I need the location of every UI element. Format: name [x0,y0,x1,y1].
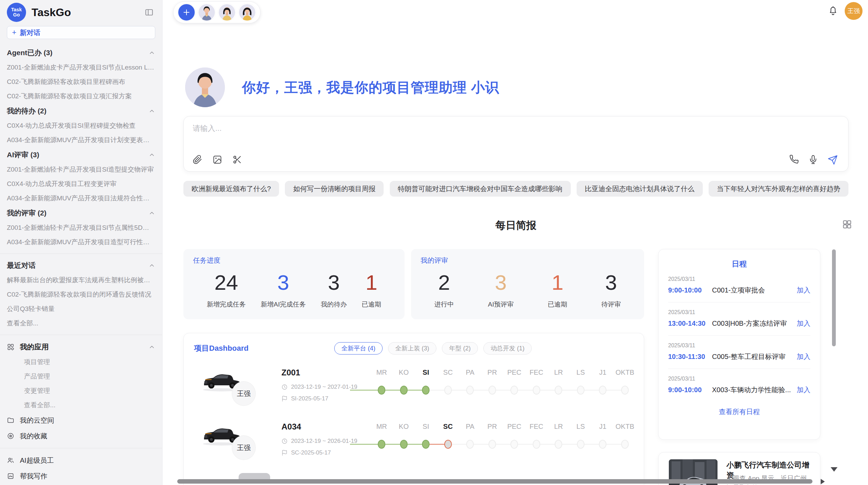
task-item[interactable]: C02-飞腾新能源轻客改款项目立项汇报方案 [7,89,155,103]
milestone-dot [378,386,385,395]
user-name: 王强 [847,7,860,15]
my-review-label: 我的评审 [421,256,635,265]
daily-brief-header: 每日简报 [183,219,848,233]
notifications-button[interactable] [828,5,838,16]
app-item-product-mgmt[interactable]: 产品管理 [7,369,155,384]
add-agent-button[interactable] [178,3,195,21]
recent-chat-item[interactable]: 解释最新出台的欧盟报废车法规再生塑料比例被调至15%... [7,273,155,287]
task-item[interactable]: Z001-全新燃油轻卡产品开发项目SI造型提交物评审 [7,162,155,177]
section-header-ai-review[interactable]: AI评审 (3) [7,147,155,162]
layout-toggle-button[interactable] [842,219,853,230]
composer-actions [789,155,838,165]
my-apps-label: 我的应用 [20,342,49,352]
join-meeting-link[interactable]: 加入 [797,286,810,295]
plus-icon [182,8,191,17]
image-upload-button[interactable] [213,155,223,165]
sidebar-header: Task Go TaskGo [7,0,155,25]
milestone-timeline: MR KO SI SC PA PR PEC FEC LR LS J1 OKTB [371,420,636,458]
task-item[interactable]: Z001-全新燃油轻卡产品开发项目SI节点属性5D文件评审 [7,221,155,235]
app-item-project-mgmt[interactable]: 项目管理 [7,355,155,369]
milestone-dot [577,440,584,449]
schedule-item: 2025/03/11 9:00-10:00 X003-车辆动力学性能验... 加… [668,369,810,402]
message-input[interactable] [193,123,707,145]
milestone-dot [466,440,474,449]
scroll-right-arrow[interactable] [821,479,825,484]
send-button[interactable] [828,155,838,165]
task-item[interactable]: C02-飞腾新能源轻客改款项目里程碑画布 [7,75,155,89]
sidebar-item-help-write[interactable]: 帮我写作 [7,468,155,484]
schedule-meeting-title: C001-立项审批会 [712,286,793,295]
horizontal-scrollbar-thumb[interactable] [177,479,812,484]
section-header-recent-chats[interactable]: 最近对话 [7,258,155,273]
agent-avatar-female-1[interactable] [218,3,236,21]
sidebar-item-cloud-space[interactable]: 我的云空间 [7,412,155,428]
milestone-dot [444,386,452,395]
section-header-my-todo[interactable]: 我的待办 (2) [7,103,155,119]
join-meeting-link[interactable]: 加入 [797,319,810,328]
agent-avatar-female-2[interactable] [238,3,256,21]
sidebar-item-my-apps[interactable]: 我的应用 [7,339,155,355]
project-row-z001[interactable]: 王强 Z001 2023-12-19 ~ 2027-01-19 SI-2025-… [184,362,644,416]
join-meeting-link[interactable]: 加入 [797,352,810,361]
milestone-dot [533,386,540,395]
task-item[interactable]: A034-全新新能源MUV产品开发项目法规符合性评审 [7,191,155,206]
grid-icon [842,219,852,229]
schedule-date: 2025/03/11 [668,343,810,349]
new-chat-button[interactable]: + 新对话 [7,26,155,39]
bell-icon [828,5,838,16]
voice-call-button[interactable] [789,155,799,165]
sidebar-item-ai-employee[interactable]: AI超级员工 [7,452,155,468]
task-item[interactable]: Z001-全新燃油皮卡产品开发项目SI节点Lesson Learn报告 [7,60,155,75]
suggestion-chip[interactable]: 比亚迪全固态电池计划具体说了什么 [577,181,703,197]
apps-view-all[interactable]: 查看全部... [7,398,155,412]
suggestion-chip[interactable]: 特朗普可能对进口汽车增税会对中国车企造成哪些影响 [390,181,571,197]
sidebar-item-favorites[interactable]: 我的收藏 [7,428,155,444]
milestone-dot [533,440,540,449]
ai-employee-label: AI超级员工 [20,456,54,465]
scroll-down-arrow[interactable] [831,467,837,472]
screenshot-button[interactable] [232,155,243,165]
project-next-milestone: SI-2025-05-17 [281,395,328,402]
app-logo: Task Go [7,3,26,22]
task-item[interactable]: A034-全新新能源MUV产品开发项目造型可行性评审 [7,235,155,249]
sidebar-list: Agent已办 (3) Z001-全新燃油皮卡产品开发项目SI节点Lesson … [7,45,155,485]
recent-chat-item[interactable]: C02-飞腾新能源轻客改款项目的闭环通告反馈情况 [7,287,155,302]
app-item-change-mgmt[interactable]: 变更管理 [7,384,155,398]
paperclip-icon [193,155,202,164]
section-label: 我的待办 (2) [7,106,47,116]
image-icon [213,155,222,164]
view-all-schedule-link[interactable]: 查看所有日程 [668,402,810,416]
suggestion-chip[interactable]: 当下年轻人对汽车外观有怎样的喜好趋势 [709,181,848,197]
section-header-agent-done[interactable]: Agent已办 (3) [7,45,155,60]
filter-new-platform[interactable]: 全新平台 (4) [334,342,383,355]
filter-year-model[interactable]: 年型 (2) [442,342,478,355]
panel-collapse-icon [145,8,154,17]
agent-avatar-male[interactable] [198,3,216,21]
suggestion-chip[interactable]: 如何写一份清晰的项目周报 [285,181,384,197]
sidebar-collapse-button[interactable] [144,7,155,18]
recent-chats-view-all[interactable]: 查看全部... [7,316,155,331]
milestone-dot [510,386,518,395]
schedule-time: 10:30-11:30 [668,353,712,361]
task-item[interactable]: A034-全新新能源MUV产品开发项目计划变更表编写 [7,133,155,147]
chevron-up-icon [148,210,155,216]
task-item[interactable]: C0X4-动力总成开发项目工程变更评审 [7,177,155,191]
recent-chat-item[interactable]: 公司Q3轻卡销量 [7,302,155,316]
project-date-range: 2023-12-19 ~ 2027-01-19 [281,384,357,390]
user-avatar[interactable]: 王强 [845,2,863,20]
vertical-scrollbar-thumb[interactable] [832,249,836,346]
task-item[interactable]: C0X4-动力总成开发项目SI里程碑提交物检查 [7,119,155,133]
join-meeting-link[interactable]: 加入 [797,385,810,395]
microphone-button[interactable] [808,155,819,165]
filter-powertrain[interactable]: 动总开发 (1) [483,342,532,355]
schedule-item: 2025/03/11 13:00-14:30 C003|H0B-方案冻结评审 加… [668,302,810,336]
suggestion-chip[interactable]: 欧洲新规最近颁布了什么? [183,181,279,197]
attach-button[interactable] [193,155,203,165]
project-row-a034[interactable]: 王强 A034 2023-12-19 ~ 2026-01-19 SC-2025-… [184,416,644,471]
chevron-up-icon [148,262,155,269]
dashboard-filters: 全新平台 (4) 全新上装 (3) 年型 (2) 动总开发 (1) [334,342,532,355]
section-header-my-review[interactable]: 我的评审 (2) [7,206,155,221]
logo-text-top: Task [11,7,22,12]
folder-icon [7,416,14,424]
filter-new-body[interactable]: 全新上装 (3) [388,342,436,355]
